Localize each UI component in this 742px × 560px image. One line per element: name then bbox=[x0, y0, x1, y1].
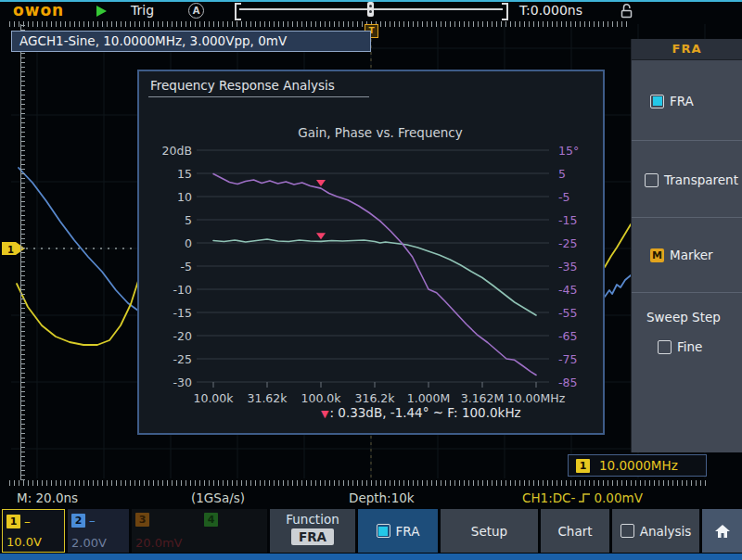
channel1-badge: 1 bbox=[576, 459, 590, 473]
left-axis-tick-label: 10 bbox=[177, 190, 192, 204]
frequency-value: 10.0000MHz bbox=[599, 458, 678, 473]
owon-logo: owon bbox=[13, 1, 64, 19]
phase_deg-curve bbox=[213, 174, 536, 375]
trigger-source-label: CH1:DC- bbox=[522, 489, 575, 507]
right-axis-tick-label: -65 bbox=[558, 329, 577, 343]
x-axis-tick-label: 1.000M bbox=[407, 391, 451, 405]
function-menu-box[interactable]: Function FRA bbox=[270, 509, 355, 553]
marker-triangle-icon: ▼ bbox=[321, 408, 328, 420]
analysis-checkbox[interactable] bbox=[620, 524, 634, 538]
right-axis-tick-label: -5 bbox=[558, 190, 569, 204]
run-play-icon[interactable] bbox=[96, 6, 107, 17]
ch4-badge: 4 bbox=[204, 513, 218, 527]
fra-side-menu: FRA FRA Transparent M Marker Sweep Step bbox=[631, 39, 742, 452]
x-axis-tick-label: 10.00MHz bbox=[507, 391, 566, 405]
right-axis-tick-label: -25 bbox=[558, 236, 577, 250]
left-axis-tick-label: -30 bbox=[173, 375, 192, 389]
fra-checkbox[interactable] bbox=[650, 95, 664, 108]
ch2-coupling: – bbox=[89, 513, 96, 528]
transparent-checkbox[interactable] bbox=[645, 173, 659, 187]
sidebar-item-marker[interactable]: M Marker bbox=[632, 218, 742, 293]
hpos-slider-right-bracket bbox=[502, 3, 508, 20]
hpos-slider-left-bracket bbox=[235, 3, 241, 20]
analysis-label: Analysis bbox=[640, 524, 692, 539]
gain_dB-curve bbox=[213, 239, 536, 315]
right-axis-tick-label: 15° bbox=[558, 144, 579, 158]
top-ruler bbox=[9, 21, 631, 27]
fra-chart: 20dB15°15510-55-150-25-5-35-10-45-15-55-… bbox=[139, 71, 603, 429]
home-icon bbox=[714, 524, 731, 539]
ch1-waveform bbox=[605, 224, 631, 267]
fra-tab-label: FRA bbox=[396, 524, 420, 539]
oscilloscope-screen: 1 owon Trig A T:0.000ns T AGCH1-Sine, 10… bbox=[0, 0, 742, 560]
generator-signal-info: AGCH1-Sine, 10.0000MHz, 3.000Vpp, 0mV bbox=[11, 31, 371, 52]
bottom-edge-strip bbox=[0, 554, 742, 560]
ch2-waveform bbox=[19, 168, 138, 311]
hpos-slider-handle[interactable] bbox=[367, 2, 374, 17]
left-axis-tick-label: 15 bbox=[177, 167, 192, 181]
ch1-scale: 10.0V bbox=[6, 535, 42, 549]
channel1-menu-box[interactable]: 1 – 10.0V bbox=[2, 509, 65, 553]
ch1-badge: 1 bbox=[6, 515, 20, 528]
memory-depth-readout: Depth:10k bbox=[349, 489, 415, 507]
bottom-ruler bbox=[9, 480, 707, 486]
side-menu-header: FRA bbox=[632, 39, 742, 60]
channel3-channel4-menu-box[interactable]: 3 4 20.0mV bbox=[132, 509, 267, 553]
left-axis-tick-label: 5 bbox=[185, 213, 192, 227]
trig-status-label: Trig bbox=[131, 3, 154, 18]
left-axis-tick-label: 0 bbox=[185, 236, 192, 250]
trigger-time-position: T:0.000ns bbox=[519, 3, 582, 18]
chart-marker-triangle bbox=[316, 180, 326, 186]
rising-edge-icon bbox=[578, 491, 591, 504]
left-axis-tick-label: -20 bbox=[173, 329, 192, 343]
ch2-waveform bbox=[605, 275, 631, 297]
left-axis-tick-label: -25 bbox=[173, 352, 192, 366]
left-ruler-ticks bbox=[21, 24, 25, 480]
ch3-badge: 3 bbox=[135, 513, 149, 527]
fra-label: FRA bbox=[670, 94, 694, 108]
left-axis-tick-label: 20dB bbox=[162, 144, 192, 158]
ch1-position-marker-label: 1 bbox=[7, 245, 14, 255]
channel2-menu-box[interactable]: 2 – 2.00V bbox=[68, 509, 129, 553]
function-value-chip: FRA bbox=[291, 528, 334, 545]
right-axis-tick-label: -75 bbox=[558, 352, 577, 366]
x-axis-tick-label: 10.00k bbox=[193, 391, 234, 405]
menu-tab-chart[interactable]: Chart bbox=[541, 509, 609, 553]
menu-tab-setup[interactable]: Setup bbox=[441, 509, 538, 553]
sidebar-item-sweep-step[interactable]: Sweep Step Fine bbox=[632, 293, 742, 382]
marker-m-icon: M bbox=[650, 248, 664, 262]
left-axis-tick-label: -5 bbox=[181, 260, 192, 274]
home-button[interactable] bbox=[702, 509, 742, 553]
transparent-label: Transparent bbox=[664, 172, 738, 187]
auto-trigger-icon[interactable]: A bbox=[188, 3, 204, 19]
right-axis-tick-label: -35 bbox=[558, 260, 577, 274]
ch2-badge: 2 bbox=[71, 514, 85, 528]
trigger-level-value: 0.00mV bbox=[594, 489, 642, 507]
right-axis-tick-label: -15 bbox=[558, 213, 577, 227]
left-axis-tick-label: -10 bbox=[173, 283, 192, 297]
marker-label: Marker bbox=[670, 248, 713, 262]
right-axis-tick-label: -45 bbox=[558, 283, 577, 297]
right-axis-tick-label: -85 bbox=[558, 375, 577, 389]
setup-label: Setup bbox=[471, 524, 507, 539]
menu-tab-fra[interactable]: FRA bbox=[358, 509, 438, 553]
sidebar-item-fra[interactable]: FRA bbox=[632, 60, 742, 141]
fine-checkbox[interactable] bbox=[658, 340, 672, 354]
unlock-icon[interactable] bbox=[619, 3, 635, 19]
channel1-frequency-readout: 1 10.0000MHz bbox=[568, 454, 707, 477]
status-bar: M: 20.0ns (1GSa/s) Depth:10k CH1:DC- 0.0… bbox=[0, 489, 742, 507]
ch1-coupling: – bbox=[24, 514, 31, 528]
sidebar-item-transparent[interactable]: Transparent bbox=[632, 141, 742, 218]
fra-tab-checkbox[interactable] bbox=[377, 524, 390, 538]
fine-label: Fine bbox=[677, 339, 702, 354]
ch1-waveform bbox=[17, 281, 138, 345]
x-axis-tick-label: 3.162M bbox=[461, 391, 505, 405]
right-axis-tick-label: -55 bbox=[558, 306, 577, 320]
function-label: Function bbox=[270, 512, 355, 527]
ch3-scale: 20.0mV bbox=[135, 536, 183, 550]
chart-label: Chart bbox=[557, 524, 592, 539]
right-axis-tick-label: 5 bbox=[558, 167, 566, 181]
menu-tab-analysis[interactable]: Analysis bbox=[612, 509, 699, 553]
chart-marker-triangle bbox=[316, 233, 326, 239]
fra-dialog: Frequency Response Analysis Gain, Phase … bbox=[137, 70, 605, 435]
